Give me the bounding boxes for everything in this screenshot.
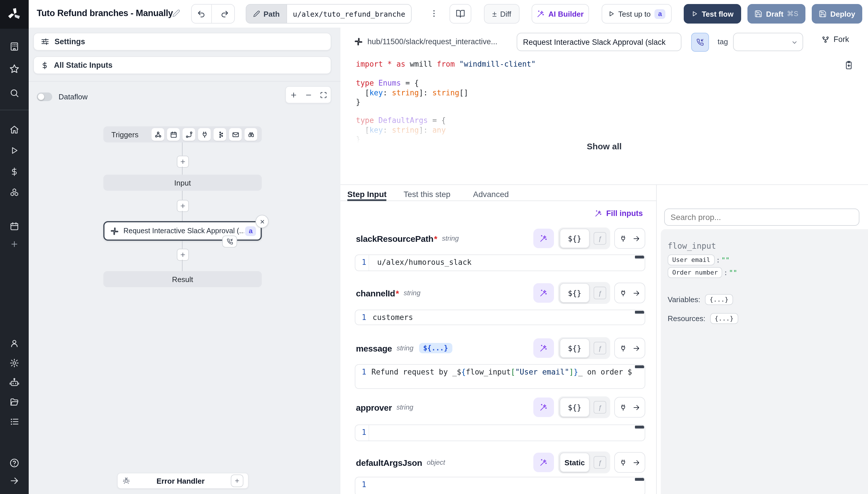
plug-icon[interactable] (619, 344, 627, 352)
folders-icon[interactable] (9, 397, 19, 407)
tab-advanced[interactable]: Advanced (473, 190, 509, 199)
collapse-arrow-icon[interactable] (9, 476, 19, 486)
arrow-right-icon[interactable] (633, 403, 640, 411)
poll-trigger-icon[interactable] (244, 128, 257, 141)
websocket-trigger-icon[interactable] (198, 128, 211, 141)
template-mode-button[interactable]: ${} (560, 398, 590, 417)
editor-approver[interactable]: 1 (355, 424, 645, 441)
input-node[interactable]: Input (103, 175, 262, 191)
static-mode-button[interactable]: Static (560, 453, 590, 472)
template-mode-button[interactable]: ${} (560, 283, 590, 303)
zoom-in-icon[interactable] (290, 91, 297, 98)
webhook-trigger-icon[interactable] (152, 128, 164, 141)
insert-step-after-button[interactable] (177, 249, 189, 261)
fill-inputs-button[interactable]: Fill inputs (595, 209, 643, 218)
plug-icon[interactable] (619, 403, 627, 411)
tab-test-this-step[interactable]: Test this step (403, 190, 450, 199)
prop-row-user-email[interactable]: User email : "" (668, 254, 730, 265)
javascript-mode-button[interactable]: ƒ (594, 342, 606, 355)
runs-play-icon[interactable] (10, 146, 19, 155)
windmill-logo[interactable] (0, 0, 29, 29)
arrow-right-icon[interactable] (633, 459, 640, 466)
schedules-calendar-icon[interactable] (9, 222, 19, 231)
all-static-inputs-button[interactable]: All Static Inputs (33, 56, 331, 74)
zoom-out-icon[interactable] (304, 91, 312, 98)
prop-row-order-number[interactable]: Order number : "" (668, 267, 737, 278)
path-input[interactable] (287, 4, 412, 23)
triggers-node[interactable]: Triggers (103, 126, 262, 142)
arrow-right-icon[interactable] (633, 289, 640, 297)
plug-icon[interactable] (619, 459, 627, 466)
show-all-button[interactable]: Show all (340, 141, 868, 152)
tab-step-input[interactable]: Step Input (347, 190, 387, 199)
search-prop-input[interactable] (664, 209, 860, 226)
workers-robot-icon[interactable] (9, 377, 20, 388)
ai-fill-wand-button[interactable] (533, 398, 554, 417)
test-flow-button[interactable]: Test flow (684, 4, 741, 23)
editor-defaultArgsJson[interactable]: 1 (355, 477, 645, 494)
editor-channelId[interactable]: 1customers (355, 310, 645, 325)
ai-fill-wand-button[interactable] (533, 283, 554, 303)
add-plus-icon[interactable] (10, 240, 19, 248)
error-handler-node[interactable]: Error Handler (117, 473, 249, 489)
javascript-mode-button[interactable]: ƒ (594, 232, 606, 245)
suspend-approval-toggle-button[interactable] (691, 33, 709, 52)
code-editor[interactable]: import * as wmill from "windmill-client"… (356, 60, 536, 107)
insert-step-button[interactable] (177, 200, 189, 212)
javascript-mode-button[interactable]: ƒ (594, 401, 606, 414)
ai-builder-button[interactable]: AI Builder (532, 4, 589, 23)
copy-code-clipboard-icon[interactable] (844, 60, 854, 70)
fit-view-icon[interactable] (319, 91, 327, 98)
result-node[interactable]: Result (103, 271, 262, 287)
insert-step-before-button[interactable] (177, 156, 189, 168)
dataflow-toggle[interactable] (37, 93, 52, 101)
deploy-button[interactable]: Deploy (812, 4, 862, 23)
path-label-button[interactable]: Path (246, 4, 287, 23)
help-icon[interactable] (9, 458, 20, 468)
plug-icon[interactable] (619, 235, 627, 242)
settings-gear-icon[interactable] (9, 358, 19, 368)
logs-list-icon[interactable] (9, 417, 19, 426)
more-options-kebab-icon[interactable] (429, 8, 439, 19)
email-trigger-icon[interactable] (229, 128, 242, 141)
tag-select[interactable] (733, 33, 803, 51)
flow-input-label[interactable]: flow_input (668, 241, 716, 250)
step-node-selected[interactable]: Request Interactive Slack Approval (... … (103, 221, 262, 241)
remove-step-button[interactable] (255, 215, 269, 228)
flow-settings-button[interactable]: Settings (33, 33, 331, 51)
template-mode-button[interactable]: ${} (560, 229, 590, 248)
search-icon[interactable] (9, 88, 19, 98)
favorites-star-icon[interactable] (9, 64, 20, 74)
editor-message[interactable]: 1Refund request by _${flow_input["User e… (355, 364, 645, 389)
variables-dollar-icon[interactable] (10, 167, 19, 176)
ai-fill-wand-button[interactable] (533, 229, 554, 248)
add-error-handler-button[interactable] (231, 474, 243, 487)
draft-button[interactable]: Draft ⌘S (747, 4, 805, 23)
hub-script-path[interactable]: hub/11500/slack/request_interactive... (368, 37, 497, 46)
resources-row[interactable]: Resources: {...} (668, 313, 738, 324)
docs-book-button[interactable] (450, 4, 471, 23)
redo-button[interactable] (215, 5, 234, 23)
arrow-right-icon[interactable] (633, 235, 640, 242)
arrow-right-icon[interactable] (633, 344, 640, 352)
schedule-trigger-icon[interactable] (167, 128, 180, 141)
http-route-trigger-icon[interactable] (182, 128, 195, 141)
test-up-to-button[interactable]: Test up to a (601, 4, 672, 23)
template-mode-button[interactable]: ${} (560, 338, 590, 358)
users-icon[interactable] (9, 339, 19, 348)
diff-button[interactable]: ± Diff (484, 4, 519, 23)
ai-fill-wand-button[interactable] (533, 453, 554, 472)
fork-button[interactable]: Fork (822, 35, 849, 44)
workspace-icon[interactable] (9, 42, 19, 52)
javascript-mode-button[interactable]: ƒ (594, 287, 606, 299)
javascript-mode-button[interactable]: ƒ (594, 456, 606, 469)
undo-button[interactable] (192, 5, 212, 23)
ai-fill-wand-button[interactable] (533, 338, 554, 358)
home-icon[interactable] (9, 125, 19, 135)
step-name-input[interactable] (517, 33, 682, 51)
kafka-trigger-icon[interactable] (214, 128, 226, 141)
resources-cubes-icon[interactable] (9, 188, 19, 197)
variables-row[interactable]: Variables: {...} (668, 294, 733, 305)
plug-icon[interactable] (619, 289, 627, 297)
editor-slackResourcePath[interactable]: 1u/alex/humorous_slack (355, 254, 645, 271)
